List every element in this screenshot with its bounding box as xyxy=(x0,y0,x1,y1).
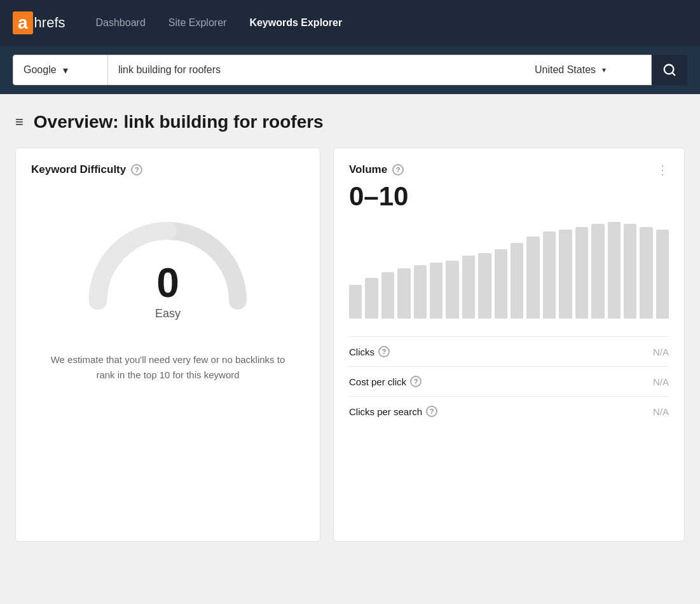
kd-card-header: Keyword Difficulty ? xyxy=(31,163,305,176)
logo[interactable]: a hrefs xyxy=(13,11,65,34)
stat-label-cpc: Cost per click ? xyxy=(349,376,422,387)
bar-item xyxy=(526,237,539,319)
bar-item xyxy=(414,265,427,319)
main-nav: Dashboard Site Explorer Keywords Explore… xyxy=(85,0,354,46)
volume-help-icon[interactable]: ? xyxy=(392,164,404,175)
stat-row-clicks: Clicks ? N/A xyxy=(349,336,669,366)
clicks-value: N/A xyxy=(653,347,669,357)
clicks-help-icon[interactable]: ? xyxy=(378,346,390,357)
page-title: Overview: link building for roofers xyxy=(34,112,324,132)
volume-more-icon[interactable]: ⋮ xyxy=(656,163,669,176)
page-header: ≡ Overview: link building for roofers xyxy=(15,112,685,132)
bar-item xyxy=(397,268,410,319)
stat-label-cps: Clicks per search ? xyxy=(349,406,437,417)
search-bar: Google ▾ United States ▾ xyxy=(0,46,700,94)
bar-item xyxy=(381,272,394,319)
logo-a-icon: a xyxy=(13,11,33,34)
main-content: ≡ Overview: link building for roofers Ke… xyxy=(0,94,700,559)
engine-label: Google xyxy=(24,64,57,76)
bar-item xyxy=(365,278,378,319)
cps-label: Clicks per search xyxy=(349,406,422,417)
bar-item xyxy=(511,243,523,319)
nav-item-keywords-explorer[interactable]: Keywords Explorer xyxy=(238,0,353,46)
bar-item xyxy=(608,222,621,319)
bar-item xyxy=(430,263,443,319)
bar-item xyxy=(559,230,572,319)
nav-item-site-explorer[interactable]: Site Explorer xyxy=(157,0,238,46)
search-button[interactable] xyxy=(652,55,687,85)
search-icon xyxy=(662,63,676,77)
bar-item xyxy=(543,231,556,319)
bar-item xyxy=(656,230,669,319)
cpc-help-icon[interactable]: ? xyxy=(410,376,422,387)
bar-item xyxy=(640,227,652,319)
gauge-container: 0 Easy xyxy=(31,186,305,378)
stat-row-cps: Clicks per search ? N/A xyxy=(349,396,669,426)
volume-title: Volume xyxy=(349,163,387,176)
header: a hrefs Dashboard Site Explorer Keywords… xyxy=(0,0,700,46)
gauge-text: 0 Easy xyxy=(155,263,181,320)
stat-label-clicks: Clicks ? xyxy=(349,346,390,357)
bar-item xyxy=(478,253,491,319)
cps-help-icon[interactable]: ? xyxy=(426,406,437,417)
search-input[interactable] xyxy=(108,55,525,85)
volume-card-header: Volume ? ⋮ xyxy=(349,163,669,176)
kd-description: We estimate that you'll need very few or… xyxy=(31,352,305,383)
clicks-label: Clicks xyxy=(349,347,374,357)
country-label: United States xyxy=(535,64,596,76)
volume-header-left: Volume ? xyxy=(349,163,404,176)
hamburger-icon[interactable]: ≡ xyxy=(15,114,24,130)
cpc-value: N/A xyxy=(653,376,669,387)
bar-item xyxy=(575,227,588,319)
cpc-label: Cost per click xyxy=(349,376,406,387)
volume-card: Volume ? ⋮ 0–10 Clicks ? N/A Cost per cl… xyxy=(333,148,685,542)
bar-item xyxy=(624,224,636,319)
volume-bar-chart xyxy=(349,222,669,324)
nav-item-dashboard[interactable]: Dashboard xyxy=(85,0,157,46)
country-select[interactable]: United States ▾ xyxy=(525,55,652,85)
kd-value: 0 xyxy=(156,263,179,303)
kd-help-icon[interactable]: ? xyxy=(131,164,142,175)
cps-value: N/A xyxy=(653,406,669,417)
kd-title: Keyword Difficulty xyxy=(31,163,126,176)
bar-item xyxy=(495,249,507,319)
keyword-difficulty-card: Keyword Difficulty ? 0 Easy We est xyxy=(15,148,320,542)
svg-line-1 xyxy=(672,72,675,75)
bar-item xyxy=(349,285,362,319)
engine-chevron-icon: ▾ xyxy=(63,64,68,76)
bar-item xyxy=(446,261,458,319)
stat-row-cpc: Cost per click ? N/A xyxy=(349,366,669,396)
bar-item xyxy=(591,224,604,319)
kd-label: Easy xyxy=(155,307,181,320)
bar-item xyxy=(462,256,475,319)
volume-value: 0–10 xyxy=(349,181,669,212)
cards-row: Keyword Difficulty ? 0 Easy We est xyxy=(15,148,685,542)
logo-hrefs: hrefs xyxy=(34,15,65,31)
engine-select[interactable]: Google ▾ xyxy=(13,55,108,85)
country-chevron-icon: ▾ xyxy=(602,65,606,74)
